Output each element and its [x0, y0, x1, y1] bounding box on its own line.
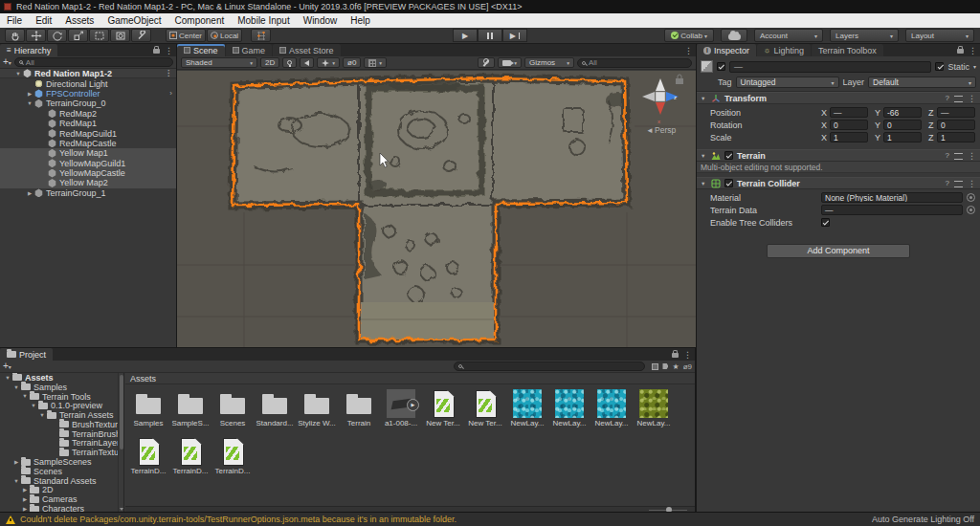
scene-search-input[interactable]: All — [577, 58, 692, 68]
expander-icon[interactable]: ▼ — [25, 100, 34, 106]
expander-icon[interactable]: ▶ — [25, 190, 34, 196]
name-field[interactable]: — — [729, 61, 931, 73]
layout-dropdown[interactable]: Layout ▾ — [905, 29, 974, 42]
axis-z-field[interactable]: — — [937, 107, 975, 118]
breadcrumb[interactable]: Assets — [125, 373, 695, 384]
status-bar[interactable]: Couldn't delete Packages/com.unity.terra… — [0, 512, 980, 526]
axis-x-field[interactable]: 0 — [830, 120, 868, 130]
folder-tree-item[interactable]: TerrainLayers — [0, 439, 123, 449]
tree-colliders-checkbox[interactable] — [821, 218, 830, 227]
move-tool-button[interactable] — [26, 29, 46, 42]
menu-item[interactable]: Component — [168, 13, 232, 28]
step-button[interactable]: ▶ — [502, 29, 527, 42]
play-button[interactable]: ▶ — [453, 29, 478, 42]
asset-item[interactable]: NewLay... — [506, 388, 548, 434]
terrain-component-header[interactable]: ▼ Terrain ?⋮ — [697, 149, 980, 162]
create-object-button[interactable]: +▾ — [3, 57, 11, 68]
asset-item[interactable]: TerrainD... — [169, 436, 212, 482]
menu-item[interactable]: Window — [297, 13, 345, 28]
custom-tool-button[interactable] — [131, 29, 151, 42]
foldout-icon[interactable]: ▼ — [701, 181, 707, 186]
hierarchy-item[interactable]: RedMap1 — [0, 119, 176, 128]
component-menu-icon[interactable]: ⋮ — [968, 94, 976, 103]
hierarchy-item[interactable]: RedMapCastle — [0, 139, 176, 148]
scene-viewport[interactable]: z x ◄ Persp — [177, 71, 696, 347]
axis-z-field[interactable]: 1 — [937, 132, 975, 142]
terrain-data-field[interactable]: — — [821, 205, 963, 215]
hierarchy-item[interactable]: RedMap2 — [0, 109, 176, 119]
component-menu-icon[interactable]: ⋮ — [968, 151, 976, 161]
asset-item[interactable]: NewLay... — [548, 388, 590, 434]
grid-snap-button[interactable] — [251, 29, 271, 42]
tab-lighting[interactable]: ☼ Lighting — [757, 44, 811, 56]
foldout-icon[interactable]: ▼ — [701, 96, 707, 101]
rotate-tool-button[interactable] — [47, 29, 67, 42]
hierarchy-item[interactable]: ▼ TerrainGroup_0 — [0, 99, 176, 108]
hierarchy-item[interactable]: ▼ Red Nation Map1-2 ⋮ — [0, 69, 176, 78]
hierarchy-item[interactable]: ▶ TerrainGroup_1 — [0, 188, 176, 198]
asset-item[interactable]: SampleS... — [169, 388, 212, 434]
folder-tree-item[interactable]: ▼ Standard Assets — [0, 476, 123, 486]
cloud-services-button[interactable] — [721, 29, 747, 42]
folder-tree-item[interactable]: ▼ Terrain Tools — [0, 392, 123, 402]
hand-tool-button[interactable] — [5, 29, 25, 42]
scene-lighting-toggle[interactable] — [282, 57, 297, 68]
hierarchy-item[interactable]: YellowMapCastle — [0, 168, 176, 178]
scene-view-tab[interactable]: Scene — [177, 44, 225, 56]
tab-project[interactable]: Project — [0, 348, 53, 361]
asset-item[interactable]: Samples — [127, 388, 169, 434]
static-checkbox[interactable] — [935, 62, 944, 71]
presets-icon[interactable] — [954, 181, 963, 187]
transform-component-header[interactable]: ▼ Transform ?⋮ — [697, 92, 980, 104]
pause-button[interactable] — [478, 29, 502, 42]
favorites-filter-icon[interactable]: ★ — [672, 362, 679, 371]
asset-item[interactable]: Stylize W... — [296, 388, 338, 434]
folder-tree-item[interactable]: ▶ Cameras — [0, 494, 123, 504]
shading-mode-dropdown[interactable]: Shaded ▾ — [181, 57, 257, 68]
expander-icon[interactable]: ▶ — [11, 459, 21, 465]
asset-item[interactable]: New Ter... — [464, 388, 506, 434]
inspector-lock-icon[interactable] — [957, 49, 964, 54]
hidden-objects-counter[interactable]: ø0 — [343, 57, 361, 68]
folder-tree-item[interactable]: ▼ Samples — [0, 383, 123, 392]
expander-icon[interactable]: ▼ — [13, 71, 23, 77]
panel-menu-icon[interactable]: ⋮ — [165, 46, 173, 55]
axis-y-field[interactable]: 0 — [883, 120, 922, 130]
pivot-toggle-button[interactable]: Center — [166, 29, 206, 42]
help-icon[interactable]: ? — [946, 94, 949, 102]
hierarchy-item[interactable]: Yellow Map2 — [0, 178, 176, 187]
expander-icon[interactable]: ▼ — [20, 393, 30, 399]
collab-button[interactable]: Collab ▾ — [664, 29, 714, 42]
terrain-enabled-checkbox[interactable] — [724, 151, 733, 160]
static-dropdown-icon[interactable]: ▾ — [973, 63, 976, 70]
folder-tree-item[interactable]: ▼ 0.1.0-preview — [0, 401, 123, 410]
menu-item[interactable]: Help — [344, 13, 377, 28]
axis-y-field[interactable]: 1 — [883, 132, 922, 142]
item-context-icon[interactable]: ⋮ — [165, 69, 176, 77]
scene-audio-toggle[interactable] — [300, 57, 314, 68]
object-picker-icon[interactable] — [967, 193, 975, 202]
scene-grid-dropdown[interactable]: ▾ — [364, 57, 387, 68]
scale-tool-button[interactable] — [68, 29, 88, 42]
create-asset-button[interactable]: +▾ — [3, 362, 11, 372]
folder-tree-item[interactable]: TerrainTextures — [0, 448, 123, 457]
account-dropdown[interactable]: Account ▾ — [754, 29, 823, 42]
help-icon[interactable]: ? — [946, 179, 949, 187]
scene-view-tab[interactable]: Game — [226, 44, 273, 56]
presets-icon[interactable] — [954, 96, 963, 102]
axis-x-field[interactable]: — — [830, 107, 868, 118]
asset-item[interactable]: Terrain — [338, 388, 380, 434]
hidden-packages-count[interactable]: ø9 — [683, 362, 692, 371]
orientation-toggle-button[interactable]: Local — [207, 29, 242, 42]
console-status-message[interactable]: Couldn't delete Packages/com.unity.terra… — [20, 515, 457, 524]
project-search-input[interactable] — [454, 362, 645, 371]
layer-dropdown[interactable]: Default ▾ — [868, 77, 976, 88]
folder-tree-item[interactable]: ▶ Characters — [0, 504, 123, 512]
gameobject-icon[interactable] — [701, 60, 713, 73]
lock-icon[interactable] — [153, 49, 160, 54]
object-picker-icon[interactable] — [967, 206, 975, 214]
folder-tree-item[interactable]: ▼ Assets — [0, 373, 123, 383]
axis-z-field[interactable]: 0 — [937, 120, 975, 130]
transform-tool-button[interactable] — [110, 29, 130, 42]
presets-icon[interactable] — [954, 153, 963, 160]
